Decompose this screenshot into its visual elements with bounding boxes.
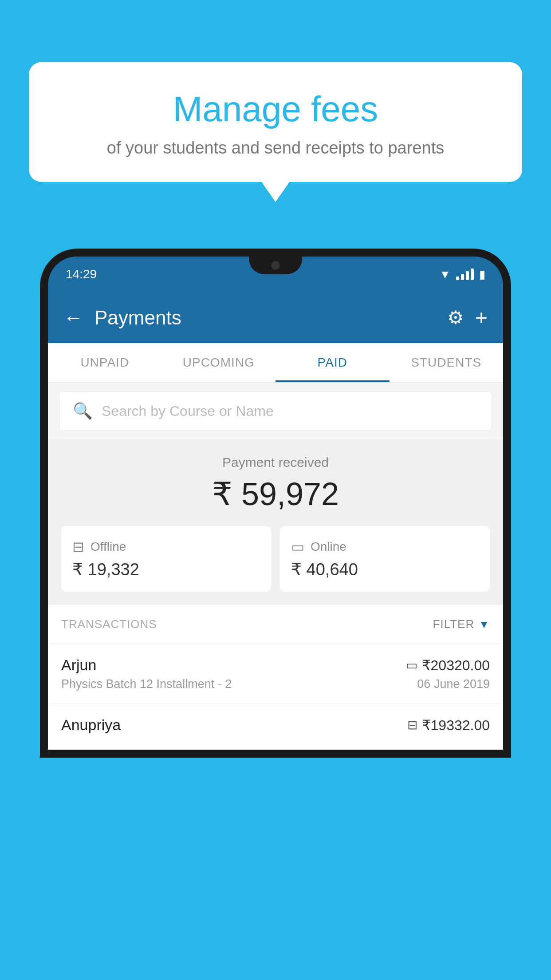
payment-cards: ⊟ Offline ₹ 19,332 ▭ Online ₹ 40,640 — [61, 526, 490, 592]
tab-unpaid[interactable]: UNPAID — [48, 343, 162, 382]
offline-card-header: ⊟ Offline — [72, 538, 260, 555]
bubble-title: Manage fees — [51, 89, 500, 130]
offline-label: Offline — [91, 540, 126, 554]
page-title: Payments — [94, 307, 436, 329]
online-card: ▭ Online ₹ 40,640 — [280, 526, 490, 592]
phone-notch — [249, 257, 302, 274]
signal-icon — [456, 269, 474, 280]
app-header: ← Payments ⚙ + — [48, 292, 503, 343]
wifi-icon: ▼ — [439, 268, 451, 281]
tab-upcoming[interactable]: UPCOMING — [162, 343, 276, 382]
transaction-course-1: Physics Batch 12 Installment - 2 — [61, 677, 232, 691]
battery-icon: ▮ — [479, 268, 485, 281]
amount-value-2: ₹19332.00 — [422, 717, 490, 734]
tab-paid[interactable]: PAID — [276, 343, 390, 382]
back-button[interactable]: ← — [63, 308, 83, 328]
camera — [271, 261, 280, 270]
table-row[interactable]: Arjun ▭ ₹20320.00 Physics Batch 12 Insta… — [48, 644, 503, 703]
card-icon-1: ▭ — [406, 658, 417, 672]
search-box[interactable]: 🔍 Search by Course or Name — [59, 391, 492, 431]
speech-bubble: Manage fees of your students and send re… — [29, 62, 522, 182]
table-row[interactable]: Anupriya ⊟ ₹19332.00 — [48, 703, 503, 750]
search-input[interactable]: Search by Course or Name — [102, 403, 274, 419]
transactions-header: TRANSACTIONS FILTER ▼ — [48, 605, 503, 644]
transaction-amount-1: ▭ ₹20320.00 — [406, 657, 490, 674]
online-amount: ₹ 40,640 — [291, 560, 479, 579]
online-card-header: ▭ Online — [291, 538, 479, 555]
filter-label: FILTER — [433, 617, 475, 631]
transaction-bottom-1: Physics Batch 12 Installment - 2 06 June… — [61, 677, 490, 691]
transaction-top-2: Anupriya ⊟ ₹19332.00 — [61, 716, 490, 734]
phone-mockup: 14:29 ▼ ▮ ← Payments ⚙ — [40, 249, 511, 980]
online-icon: ▭ — [291, 538, 304, 555]
amount-value-1: ₹20320.00 — [422, 657, 490, 674]
app-screen: ← Payments ⚙ + UNPAID UPCOMING PAID STUD… — [48, 292, 503, 750]
tabs-bar: UNPAID UPCOMING PAID STUDENTS — [48, 343, 503, 383]
add-button[interactable]: + — [475, 305, 488, 330]
search-icon: 🔍 — [73, 402, 93, 420]
offline-card: ⊟ Offline ₹ 19,332 — [61, 526, 271, 592]
phone-outer: 14:29 ▼ ▮ ← Payments ⚙ — [40, 249, 511, 758]
settings-icon[interactable]: ⚙ — [447, 307, 464, 328]
search-container: 🔍 Search by Course or Name — [48, 383, 503, 439]
filter-icon: ▼ — [479, 618, 490, 631]
payment-received-label: Payment received — [61, 455, 490, 470]
payment-received-section: Payment received ₹ 59,972 ⊟ Offline ₹ 19… — [48, 439, 503, 605]
transaction-top-1: Arjun ▭ ₹20320.00 — [61, 656, 490, 674]
bubble-subtitle: of your students and send receipts to pa… — [51, 138, 500, 158]
transaction-date-1: 06 June 2019 — [417, 677, 490, 691]
status-bar: 14:29 ▼ ▮ — [48, 257, 503, 292]
offline-icon: ⊟ — [72, 538, 84, 555]
offline-amount: ₹ 19,332 — [72, 560, 260, 579]
transactions-label: TRANSACTIONS — [61, 617, 157, 631]
offline-icon-2: ⊟ — [407, 718, 417, 732]
filter-button[interactable]: FILTER ▼ — [433, 617, 490, 631]
status-time: 14:29 — [66, 267, 97, 281]
status-icons: ▼ ▮ — [439, 268, 485, 281]
transaction-name-2: Anupriya — [61, 716, 121, 734]
online-label: Online — [311, 540, 346, 554]
payment-received-amount: ₹ 59,972 — [61, 475, 490, 513]
transaction-name-1: Arjun — [61, 656, 96, 674]
tab-students[interactable]: STUDENTS — [390, 343, 504, 382]
transaction-amount-2: ⊟ ₹19332.00 — [407, 717, 490, 734]
